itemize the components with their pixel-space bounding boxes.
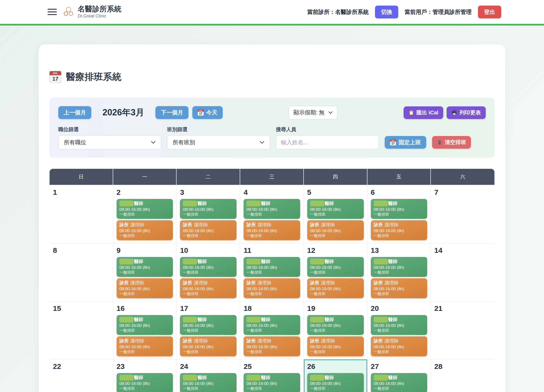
shift-event-doctor[interactable]: 醫師08:00-16:00 (8h)一般排班 bbox=[244, 373, 300, 392]
shift-event-nurse[interactable]: 診所護理師08:00-16:00 (8h)一般排班 bbox=[371, 220, 427, 240]
shift-event-doctor[interactable]: 醫師08:00-16:00 (8h)一般排班 bbox=[117, 257, 173, 277]
calendar-cell[interactable]: 4醫師08:00-16:00 (8h)一般排班診所護理師08:00-16:00 … bbox=[240, 185, 304, 243]
current-user-label: 當前用戶：管理員診所管理 bbox=[405, 8, 472, 16]
shift-event-nurse[interactable]: 診所護理師08:00-16:00 (8h)一般排班 bbox=[371, 278, 427, 298]
calendar-cell[interactable]: 6醫師08:00-16:00 (8h)一般排班診所護理師08:00-16:00 … bbox=[367, 185, 431, 243]
prev-month-button[interactable]: 上一個月 bbox=[58, 106, 91, 119]
shift-time: 08:00-16:00 (8h) bbox=[310, 265, 361, 270]
shift-event-nurse[interactable]: 診所護理師08:00-16:00 (8h)一般排班 bbox=[307, 220, 364, 240]
shift-event-doctor[interactable]: 醫師08:00-16:00 (8h)一般排班 bbox=[307, 199, 364, 219]
shift-event-doctor[interactable]: 醫師08:00-16:00 (8h)一般排班 bbox=[180, 315, 237, 335]
calendar-cell[interactable]: 1 bbox=[50, 185, 113, 243]
shift-title: 診所護理師 bbox=[119, 338, 170, 344]
staff-name-pill bbox=[119, 375, 134, 381]
shift-event-doctor[interactable]: 醫師08:00-16:00 (8h)一般排班 bbox=[244, 199, 300, 219]
calendar-cell[interactable]: 21 bbox=[431, 301, 494, 359]
shift-event-nurse[interactable]: 診所護理師08:00-16:00 (8h)一般排班 bbox=[180, 220, 237, 240]
holiday-display-select[interactable]: 顯示假期: 無 bbox=[289, 106, 337, 119]
export-ical-button[interactable]: 匯出 iCal bbox=[404, 106, 443, 119]
shift-event-nurse[interactable]: 診所護理師08:00-16:00 (8h)一般排班 bbox=[371, 336, 427, 356]
menu-icon[interactable] bbox=[48, 9, 57, 15]
shift-event-nurse[interactable]: 診所護理師08:00-16:00 (8h)一般排班 bbox=[307, 336, 364, 356]
calendar-cell[interactable]: 12醫師08:00-16:00 (8h)一般排班診所護理師08:00-16:00… bbox=[304, 243, 367, 301]
shift-event-doctor[interactable]: 醫師08:00-16:00 (8h)一般排班 bbox=[307, 257, 364, 277]
search-staff-input[interactable] bbox=[276, 135, 379, 149]
position-filter-label: 職位篩選 bbox=[58, 126, 161, 133]
shift-event-doctor[interactable]: 醫師08:00-16:00 (8h)一般排班 bbox=[117, 373, 173, 392]
day-number: 17 bbox=[180, 304, 237, 313]
shift-event-doctor[interactable]: 醫師08:00-16:00 (8h)一般排班 bbox=[307, 315, 364, 335]
calendar-cell[interactable]: 19醫師08:00-16:00 (8h)一般排班診所護理師08:00-16:00… bbox=[304, 301, 367, 359]
shift-title: 診所護理師 bbox=[310, 338, 361, 344]
calendar-cell[interactable]: 3醫師08:00-16:00 (8h)一般排班診所護理師08:00-16:00 … bbox=[177, 185, 240, 243]
shift-time: 08:00-16:00 (8h) bbox=[310, 344, 361, 349]
calendar-cell[interactable]: 5醫師08:00-16:00 (8h)一般排班診所護理師08:00-16:00 … bbox=[304, 185, 367, 243]
calendar-cell[interactable]: 20醫師08:00-16:00 (8h)一般排班診所護理師08:00-16:00… bbox=[367, 301, 431, 359]
calendar-cell[interactable]: 23醫師08:00-16:00 (8h)一般排班診所護理師08:00-16:00… bbox=[113, 359, 177, 392]
shift-filter-select[interactable]: 所有班別 bbox=[167, 135, 270, 149]
next-month-button[interactable]: 下一個月 bbox=[155, 106, 188, 119]
calendar-cell[interactable]: 11醫師08:00-16:00 (8h)一般排班診所護理師08:00-16:00… bbox=[240, 243, 304, 301]
shift-event-doctor[interactable]: 醫師08:00-16:00 (8h)一般排班 bbox=[117, 315, 173, 335]
calendar-cell[interactable]: 15 bbox=[50, 301, 113, 359]
switch-clinic-button[interactable]: 切換 bbox=[375, 6, 398, 18]
shift-event-doctor[interactable]: 醫師08:00-16:00 (8h)一般排班 bbox=[371, 199, 427, 219]
today-button[interactable]: JUL 17 今天 bbox=[192, 106, 223, 119]
staff-name-pill bbox=[246, 375, 261, 381]
shift-event-doctor[interactable]: 醫師08:00-16:00 (8h)一般排班 bbox=[307, 373, 364, 392]
print-schedule-button[interactable]: 列印更表 bbox=[447, 106, 486, 119]
shift-event-doctor[interactable]: 醫師08:00-16:00 (8h)一般排班 bbox=[244, 257, 300, 277]
calendar-cell[interactable]: 17醫師08:00-16:00 (8h)一般排班診所護理師08:00-16:00… bbox=[177, 301, 240, 359]
calendar-cell[interactable]: 7 bbox=[431, 185, 494, 243]
day-number: 22 bbox=[53, 362, 110, 371]
calendar-cell-today[interactable]: 26醫師08:00-16:00 (8h)一般排班診所護理師08:00-16:00… bbox=[304, 359, 367, 392]
fixed-shift-button[interactable]: JUL 17 固定上班 bbox=[385, 136, 426, 149]
calendar-icon: JUL 17 bbox=[50, 71, 61, 83]
shift-time: 08:00-16:00 (8h) bbox=[374, 207, 425, 212]
calendar-cell[interactable]: 27醫師08:00-16:00 (8h)一般排班診所護理師08:00-16:00… bbox=[367, 359, 431, 392]
shift-event-nurse[interactable]: 診所護理師08:00-16:00 (8h)一般排班 bbox=[244, 220, 300, 240]
shift-event-nurse[interactable]: 診所護理師08:00-16:00 (8h)一般排班 bbox=[307, 278, 364, 298]
shift-event-doctor[interactable]: 醫師08:00-16:00 (8h)一般排班 bbox=[180, 257, 237, 277]
shift-event-doctor[interactable]: 醫師08:00-16:00 (8h)一般排班 bbox=[244, 315, 300, 335]
shift-event-nurse[interactable]: 診所護理師08:00-16:00 (8h)一般排班 bbox=[244, 278, 300, 298]
schedule-calendar: 日一二三四五六 12醫師08:00-16:00 (8h)一般排班診所護理師08:… bbox=[50, 169, 494, 392]
calendar-cell[interactable]: 8 bbox=[50, 243, 113, 301]
shift-event-nurse[interactable]: 診所護理師08:00-16:00 (8h)一般排班 bbox=[180, 278, 237, 298]
shift-type: 一般排班 bbox=[246, 328, 297, 333]
calendar-cell[interactable]: 10醫師08:00-16:00 (8h)一般排班診所護理師08:00-16:00… bbox=[177, 243, 240, 301]
shift-time: 08:00-16:00 (8h) bbox=[183, 381, 234, 386]
staff-name-pill bbox=[246, 201, 261, 206]
clear-schedule-button[interactable]: 清空排班 bbox=[432, 136, 471, 149]
calendar-cell[interactable]: 13醫師08:00-16:00 (8h)一般排班診所護理師08:00-16:00… bbox=[367, 243, 431, 301]
calendar-cell[interactable]: 18醫師08:00-16:00 (8h)一般排班診所護理師08:00-16:00… bbox=[240, 301, 304, 359]
calendar-cell[interactable]: 16醫師08:00-16:00 (8h)一般排班診所護理師08:00-16:00… bbox=[113, 301, 177, 359]
shift-event-doctor[interactable]: 醫師08:00-16:00 (8h)一般排班 bbox=[180, 373, 237, 392]
calendar-cell[interactable]: 24醫師08:00-16:00 (8h)一般排班診所護理師08:00-16:00… bbox=[177, 359, 240, 392]
position-filter-select[interactable]: 所有職位 bbox=[58, 135, 161, 149]
shift-title: 醫師 bbox=[310, 316, 361, 323]
logout-button[interactable]: 登出 bbox=[478, 6, 501, 18]
shift-event-nurse[interactable]: 診所護理師08:00-16:00 (8h)一般排班 bbox=[117, 336, 173, 356]
shift-event-nurse[interactable]: 診所護理師08:00-16:00 (8h)一般排班 bbox=[117, 278, 173, 298]
calendar-cell[interactable]: 14 bbox=[431, 243, 494, 301]
shift-event-doctor[interactable]: 醫師08:00-16:00 (8h)一般排班 bbox=[117, 199, 173, 219]
shift-event-nurse[interactable]: 診所護理師08:00-16:00 (8h)一般排班 bbox=[244, 336, 300, 356]
shift-event-doctor[interactable]: 醫師08:00-16:00 (8h)一般排班 bbox=[371, 373, 427, 392]
weekday-header: 二 bbox=[177, 169, 240, 185]
day-number: 20 bbox=[371, 304, 427, 313]
staff-name-pill bbox=[310, 375, 324, 381]
calendar-cell[interactable]: 22 bbox=[50, 359, 113, 392]
shift-event-doctor[interactable]: 醫師08:00-16:00 (8h)一般排班 bbox=[371, 315, 427, 335]
calendar-cell[interactable]: 2醫師08:00-16:00 (8h)一般排班診所護理師08:00-16:00 … bbox=[113, 185, 177, 243]
shift-event-doctor[interactable]: 醫師08:00-16:00 (8h)一般排班 bbox=[180, 199, 237, 219]
calendar-cell[interactable]: 25醫師08:00-16:00 (8h)一般排班診所護理師08:00-16:00… bbox=[240, 359, 304, 392]
calendar-cell[interactable]: 9醫師08:00-16:00 (8h)一般排班診所護理師08:00-16:00 … bbox=[113, 243, 177, 301]
calendar-cell[interactable]: 28 bbox=[431, 359, 494, 392]
shift-event-doctor[interactable]: 醫師08:00-16:00 (8h)一般排班 bbox=[371, 257, 427, 277]
shift-event-nurse[interactable]: 診所護理師08:00-16:00 (8h)一般排班 bbox=[117, 220, 173, 240]
shift-event-nurse[interactable]: 診所護理師08:00-16:00 (8h)一般排班 bbox=[180, 336, 237, 356]
shift-title: 診所護理師 bbox=[374, 222, 425, 228]
shift-time: 08:00-16:00 (8h) bbox=[183, 265, 234, 270]
staff-name-pill bbox=[119, 201, 134, 206]
